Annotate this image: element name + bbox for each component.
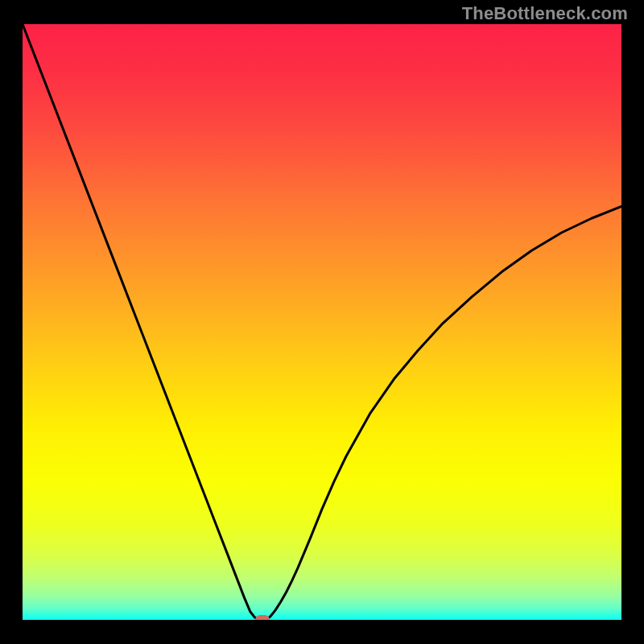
chart-frame: TheBottleneck.com — [0, 0, 644, 644]
bottleneck-curve — [23, 24, 621, 620]
minimum-marker — [255, 615, 270, 620]
watermark-text: TheBottleneck.com — [462, 3, 628, 24]
plot-area — [23, 24, 621, 620]
